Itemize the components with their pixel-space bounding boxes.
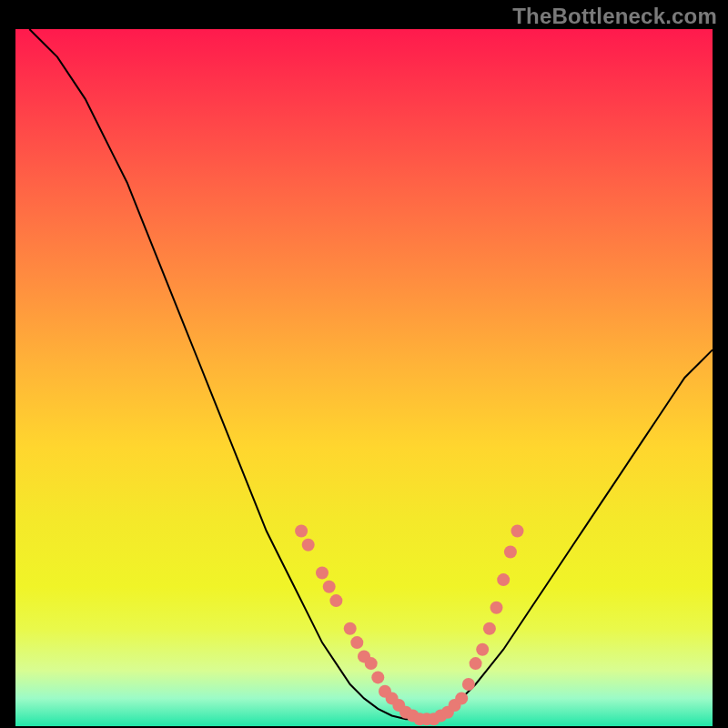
- marker-point: [329, 594, 342, 607]
- marker-point: [476, 643, 489, 656]
- marker-point: [344, 622, 357, 635]
- marker-point: [511, 525, 524, 538]
- marker-point: [302, 539, 315, 551]
- curve-path: [29, 29, 713, 719]
- marker-point: [462, 678, 475, 691]
- marker-point: [455, 692, 468, 704]
- marker-point: [295, 525, 308, 538]
- marker-point: [490, 602, 503, 614]
- marker-point: [323, 581, 336, 593]
- watermark: TheBottleneck.com: [512, 4, 717, 29]
- marker-point: [497, 573, 510, 586]
- chart-area: [15, 29, 713, 726]
- chart-svg: [15, 29, 713, 726]
- bottleneck-curve: [29, 29, 713, 719]
- marker-point: [316, 567, 329, 580]
- marker-point: [350, 636, 363, 649]
- marker-point: [371, 671, 384, 683]
- highlighted-points: [295, 525, 523, 726]
- marker-point: [365, 657, 378, 670]
- marker-point: [504, 546, 517, 559]
- marker-point: [483, 622, 496, 635]
- marker-point: [470, 657, 482, 670]
